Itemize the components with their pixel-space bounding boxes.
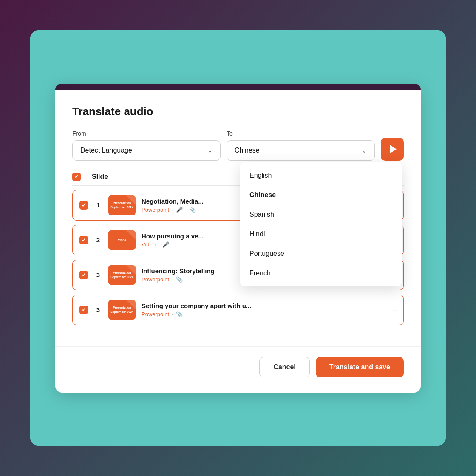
- dropdown-item-chinese[interactable]: Chinese: [240, 185, 402, 205]
- modal-body: Translate audio From Detect Language ⌄ T…: [55, 90, 421, 342]
- modal-footer: Cancel Translate and save: [55, 346, 421, 393]
- slide-1-number: 1: [94, 201, 102, 209]
- to-chevron-icon: ⌄: [362, 147, 367, 154]
- slide-2-thumbnail: Video: [108, 230, 136, 250]
- slide-3b-type: Powerpoint: [142, 311, 169, 317]
- dropdown-item-portuguese[interactable]: Portuguese: [240, 244, 402, 264]
- dropdown-item-english[interactable]: English: [240, 166, 402, 185]
- translate-save-button[interactable]: Translate and save: [316, 357, 404, 377]
- slide-1-type: Powerpoint: [142, 207, 169, 213]
- slide-3b-info: Setting your company apart with u... Pow…: [142, 302, 331, 317]
- slide-1-thumbnail: PresentationSeptember 2024: [108, 196, 136, 215]
- slide-3a-thumbnail: PresentationSeptember 2024: [108, 265, 136, 285]
- select-all-checkbox[interactable]: ✓: [72, 173, 81, 181]
- play-button[interactable]: [381, 138, 404, 161]
- from-chevron-icon: ⌄: [207, 147, 212, 154]
- modal-top-bar: [55, 84, 421, 90]
- background: Translate audio From Detect Language ⌄ T…: [30, 30, 446, 446]
- play-icon: [390, 145, 397, 153]
- clip-3b-icon: 📎: [176, 311, 183, 317]
- slide-3a-number: 3: [94, 271, 102, 278]
- slide-2-type: Video: [142, 241, 156, 248]
- clip-icon: 📎: [189, 207, 196, 213]
- dropdown-item-hindi[interactable]: Hindi: [240, 224, 402, 244]
- from-select-value: Detect Language: [80, 147, 132, 154]
- slide-item-3b: ✓ 3 PresentationSeptember 2024 Setting y…: [72, 295, 404, 325]
- to-select[interactable]: Chinese ⌄: [227, 140, 375, 161]
- slide-3b-voice-name: --: [337, 306, 397, 313]
- from-selector-group: From Detect Language ⌄: [72, 130, 221, 161]
- slide-3b-voice: --: [337, 306, 397, 313]
- slide-3b-check[interactable]: ✓: [79, 306, 88, 314]
- slide-3b-number: 3: [94, 306, 102, 313]
- slide-3b-title: Setting your company apart with u...: [142, 302, 331, 309]
- slide-2-number: 2: [94, 236, 102, 244]
- to-select-value: Chinese: [235, 147, 260, 154]
- slide-2-check[interactable]: ✓: [79, 236, 88, 244]
- to-selector-group: To Chinese ⌄: [227, 130, 375, 161]
- language-dropdown: English Chinese Spanish Hindi Portuguese…: [240, 162, 402, 286]
- from-label: From: [72, 130, 221, 137]
- modal: Translate audio From Detect Language ⌄ T…: [55, 84, 421, 393]
- header-check: ✓: [72, 173, 88, 181]
- to-label: To: [227, 130, 375, 137]
- cancel-button[interactable]: Cancel: [259, 357, 309, 377]
- slide-3a-type: Powerpoint: [142, 276, 169, 283]
- from-select[interactable]: Detect Language ⌄: [72, 140, 221, 161]
- mic-icon: 🎤: [176, 207, 183, 213]
- slide-3a-check[interactable]: ✓: [79, 271, 88, 279]
- slide-3b-meta: Powerpoint · 📎: [142, 311, 331, 317]
- clip-3a-icon: 📎: [176, 276, 183, 283]
- mic-2-icon: 🎤: [162, 241, 169, 248]
- modal-title: Translate audio: [72, 105, 404, 118]
- selectors-row: From Detect Language ⌄ To Chinese ⌄: [72, 130, 404, 161]
- slide-1-check[interactable]: ✓: [79, 201, 88, 210]
- dropdown-item-spanish[interactable]: Spanish: [240, 205, 402, 224]
- dropdown-item-french[interactable]: French: [240, 264, 402, 283]
- slide-3b-thumbnail: PresentationSeptember 2024: [108, 300, 136, 320]
